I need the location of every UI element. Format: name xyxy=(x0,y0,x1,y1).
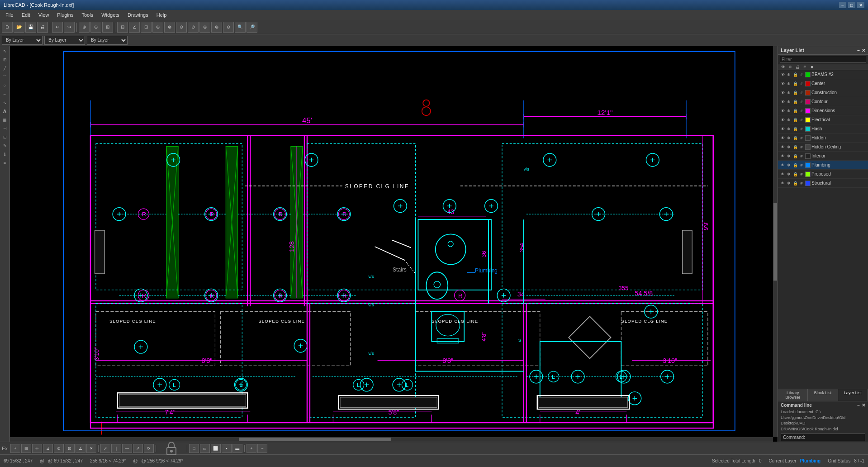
layer-row-beams-2[interactable]: 👁 ❄ 🔒 # BEAMS #2 xyxy=(778,70,868,79)
lock-icon[interactable]: 🔒 xyxy=(792,162,798,168)
text-tool[interactable]: A xyxy=(1,107,9,115)
visibility-icon[interactable]: 👁 xyxy=(780,90,785,95)
view2-bt[interactable]: ▭ xyxy=(200,444,210,453)
layer-row-hidden[interactable]: 👁 ❄ 🔒 # Hidden xyxy=(778,133,868,143)
lock-icon[interactable]: 🔒 xyxy=(792,172,798,177)
print-icon[interactable]: # xyxy=(799,153,804,159)
zoom-out-button[interactable]: ⊖ xyxy=(90,22,101,33)
layer-row-electrical[interactable]: 👁 ❄ 🔒 # Electrical xyxy=(778,115,868,124)
close-button[interactable]: ✕ xyxy=(857,2,864,8)
layer-panel-minimize[interactable]: − xyxy=(857,48,860,53)
view3-bt[interactable]: ⬜ xyxy=(211,444,221,453)
vertical-scroll-thumb[interactable] xyxy=(773,203,777,281)
snap-free-bt[interactable]: ✕ xyxy=(86,444,96,453)
snap-points-bt[interactable]: ⊞ xyxy=(21,444,31,453)
print-icon[interactable]: # xyxy=(799,81,804,86)
layer-row-plumbing[interactable]: 👁 ❄ 🔒 # Plumbing xyxy=(778,161,868,170)
snap-zoom-button[interactable]: 🔍 xyxy=(235,22,246,33)
freeze-icon[interactable]: ❄ xyxy=(786,81,792,86)
print-icon[interactable]: # xyxy=(799,126,804,132)
visibility-icon[interactable]: 👁 xyxy=(780,153,785,159)
undo-button[interactable]: ↩ xyxy=(52,22,63,33)
snap-mid-button[interactable]: ⊗ xyxy=(164,22,175,33)
color-select[interactable]: By Layer xyxy=(2,36,43,45)
lock-icon[interactable]: 🔒 xyxy=(792,90,798,95)
snap-end-button[interactable]: ⊕ xyxy=(152,22,163,33)
redo-button[interactable]: ↪ xyxy=(64,22,75,33)
cad-canvas[interactable]: 45' 12'1" xyxy=(10,46,778,442)
freeze-icon[interactable]: ❄ xyxy=(786,181,792,186)
vert-bt[interactable]: | xyxy=(111,444,121,453)
vertical-scrollbar[interactable] xyxy=(773,46,778,437)
layer-row-construction[interactable]: 👁 ❄ 🔒 # Construction xyxy=(778,88,868,97)
select-window-tool[interactable]: ⊞ xyxy=(1,56,9,64)
lock-icon[interactable]: 🔒 xyxy=(792,99,798,105)
command-text-input[interactable] xyxy=(808,435,865,440)
freeze-icon[interactable]: ❄ xyxy=(786,108,792,114)
print-icon[interactable]: # xyxy=(799,135,804,141)
freeze-icon[interactable]: ❄ xyxy=(786,99,792,105)
tab-block-list[interactable]: Block List xyxy=(808,389,838,401)
print-icon[interactable]: # xyxy=(799,117,804,123)
lock-icon[interactable]: 🔒 xyxy=(792,117,798,123)
snap-restrict-button[interactable]: 🔎 xyxy=(247,22,257,33)
layer-row-proposed[interactable]: 👁 ❄ 🔒 # Proposed xyxy=(778,170,868,179)
print-icon[interactable]: # xyxy=(799,144,804,150)
horizontal-scroll-thumb[interactable] xyxy=(239,438,391,441)
open-button[interactable]: 📂 xyxy=(14,22,24,33)
freeze-icon[interactable]: ❄ xyxy=(786,162,792,168)
layer-row-hash[interactable]: 👁 ❄ 🔒 # Hash xyxy=(778,124,868,133)
lock-icon[interactable]: 🔒 xyxy=(792,181,798,186)
info-tool[interactable]: ℹ xyxy=(1,150,9,158)
freeze-icon[interactable]: ❄ xyxy=(786,144,792,150)
dimension-tool[interactable]: ⊣ xyxy=(1,124,9,133)
print-icon[interactable]: # xyxy=(799,181,804,186)
lock-icon[interactable]: 🔒 xyxy=(792,135,798,141)
visibility-icon[interactable]: 👁 xyxy=(780,135,785,141)
print-icon[interactable]: # xyxy=(799,72,804,77)
linewidth-select[interactable]: By Layer xyxy=(87,36,128,45)
linetype-select[interactable]: By Layer xyxy=(44,36,85,45)
new-button[interactable]: 🗋 xyxy=(2,22,13,33)
isometric-bt[interactable]: ⟳ xyxy=(144,444,154,453)
layer-panel-close[interactable]: ✕ xyxy=(862,48,865,53)
horizontal-scrollbar[interactable] xyxy=(10,437,773,442)
circle-tool[interactable]: ○ xyxy=(1,81,9,90)
freeze-icon[interactable]: ❄ xyxy=(786,72,792,77)
visibility-icon[interactable]: 👁 xyxy=(780,99,785,105)
window-controls[interactable]: − □ ✕ xyxy=(839,2,864,8)
print-icon[interactable]: # xyxy=(799,108,804,114)
print-icon[interactable]: # xyxy=(799,172,804,177)
lock-icon[interactable]: 🔒 xyxy=(792,144,798,150)
visibility-icon[interactable]: 👁 xyxy=(780,162,785,168)
grid-button[interactable]: ⊟ xyxy=(117,22,128,33)
zoom-plus-bt[interactable]: + xyxy=(247,444,256,453)
menu-item-plugins[interactable]: Plugins xyxy=(53,11,77,19)
layer-row-contour[interactable]: 👁 ❄ 🔒 # Contour xyxy=(778,97,868,106)
snap-angle-button[interactable]: ∠ xyxy=(129,22,140,33)
visibility-icon[interactable]: 👁 xyxy=(780,172,785,177)
layer-row-dimensions[interactable]: 👁 ❄ 🔒 # Dimensions xyxy=(778,106,868,115)
snap-angle-bt[interactable]: ∠ xyxy=(76,444,85,453)
spline-tool[interactable]: ∿ xyxy=(1,99,9,107)
freeze-icon[interactable]: ❄ xyxy=(786,117,792,123)
polar-bt[interactable]: ↗ xyxy=(133,444,143,453)
snap-mid-bt[interactable]: ⊡ xyxy=(65,444,75,453)
freeze-icon[interactable]: ❄ xyxy=(786,135,792,141)
layer-tool[interactable]: ≡ xyxy=(1,159,9,167)
visibility-icon[interactable]: 👁 xyxy=(780,81,785,86)
layer-filter-input[interactable] xyxy=(780,56,866,63)
layer-row-interior[interactable]: 👁 ❄ 🔒 # Interior xyxy=(778,152,868,161)
snap-grid-bt[interactable]: + xyxy=(10,444,20,453)
snap-intersection-bt[interactable]: ⊹ xyxy=(32,444,42,453)
zoom-fit-button[interactable]: ⊞ xyxy=(102,22,113,33)
hatch-tool[interactable]: ▦ xyxy=(1,116,9,124)
lock-icon[interactable]: 🔒 xyxy=(792,126,798,132)
visibility-icon[interactable]: 👁 xyxy=(780,72,785,77)
line-tool[interactable]: ╱ xyxy=(1,64,9,72)
visibility-icon[interactable]: 👁 xyxy=(780,108,785,114)
menu-item-help[interactable]: Help xyxy=(153,11,171,19)
snap-grid-button[interactable]: ⊡ xyxy=(141,22,152,33)
layer-row-hidden-ceiling[interactable]: 👁 ❄ 🔒 # Hidden Ceiling xyxy=(778,143,868,152)
lock-icon[interactable]: 🔒 xyxy=(792,72,798,77)
